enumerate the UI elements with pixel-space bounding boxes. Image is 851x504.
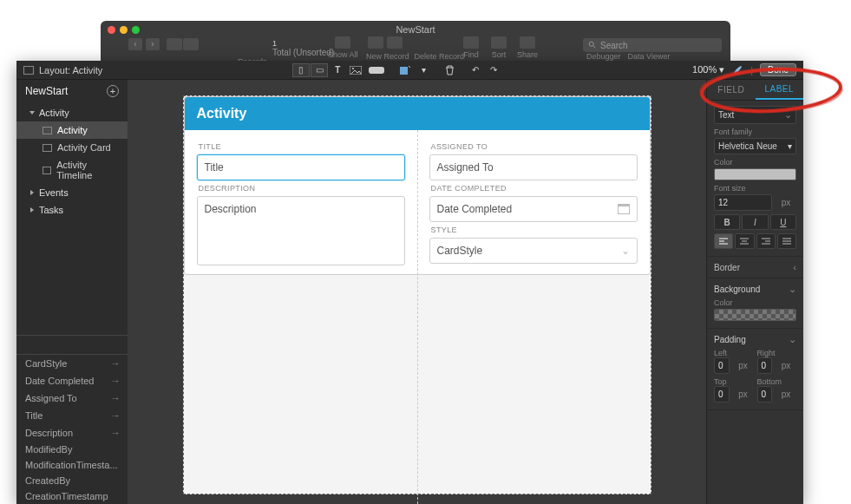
sort-button[interactable]: Sort xyxy=(491,36,507,59)
bold-button[interactable]: B xyxy=(714,214,740,230)
chevron-down-icon: ⌄ xyxy=(789,284,796,295)
field-row[interactable]: CreatedBy xyxy=(16,473,128,488)
padding-section-toggle[interactable]: Padding⌄ xyxy=(714,334,796,345)
field-row[interactable]: Description→ xyxy=(16,424,128,442)
field-label-assigned-to[interactable]: ASSIGNED TO xyxy=(431,142,638,151)
debugger-label: Debugger xyxy=(586,52,621,61)
background-color-swatch[interactable] xyxy=(714,309,796,321)
field-row[interactable]: CreationTimestamp xyxy=(16,488,128,504)
field-label-title[interactable]: TITLE xyxy=(199,142,405,151)
nav-back-forward[interactable]: ‹ › xyxy=(128,38,160,50)
underline-button[interactable]: U xyxy=(770,214,796,230)
tool-device-phone[interactable]: ▯ xyxy=(292,63,310,77)
font-size-label: Font size xyxy=(714,184,796,193)
layout-name[interactable]: Layout: Activity xyxy=(23,65,102,75)
card-container[interactable]: Activity TITLE Title DESCRIPTION Descrip… xyxy=(184,96,651,275)
close-window[interactable] xyxy=(108,26,115,34)
field-row[interactable]: Title→ xyxy=(16,407,128,424)
share-button[interactable]: Share xyxy=(517,36,538,59)
layout-icon xyxy=(23,66,34,75)
inspector-tab-label[interactable]: LABEL xyxy=(756,80,804,100)
align-justify-button[interactable] xyxy=(777,233,796,249)
record-nav[interactable] xyxy=(167,38,199,50)
field-assigned-to[interactable]: Assigned To xyxy=(429,154,638,180)
field-label-date-completed[interactable]: DATE COMPLETED xyxy=(431,184,638,193)
search-field[interactable]: Search xyxy=(583,38,722,52)
padding-bottom-label: Bottom xyxy=(757,377,797,386)
minimize-window[interactable] xyxy=(120,26,128,34)
tree-group-events[interactable]: Events xyxy=(16,184,128,201)
italic-button[interactable]: I xyxy=(742,214,768,230)
tool-redo[interactable]: ↷ xyxy=(485,63,502,77)
svg-point-3 xyxy=(352,68,354,69)
inspector-tab-field[interactable]: FIELD xyxy=(707,80,756,100)
file-name: NewStart xyxy=(25,85,68,97)
align-right-button[interactable] xyxy=(756,233,776,249)
background-section-toggle[interactable]: Background⌄ xyxy=(714,284,796,295)
field-row[interactable]: Assigned To→ xyxy=(16,389,128,407)
chevron-down-icon: ▾ xyxy=(788,141,792,151)
add-layout-button[interactable]: + xyxy=(107,85,119,97)
field-label-description[interactable]: DESCRIPTION xyxy=(199,184,405,193)
padding-bottom-input[interactable]: 0 xyxy=(757,386,773,403)
layout-sidebar: NewStart + Activity Activity Activity Ca… xyxy=(16,80,128,504)
maximize-window[interactable] xyxy=(132,26,140,34)
field-title[interactable]: Title xyxy=(197,154,405,180)
tool-delete[interactable] xyxy=(441,63,458,77)
field-row[interactable]: ModifiedBy xyxy=(16,442,128,457)
tree-group-tasks[interactable]: Tasks xyxy=(16,201,128,219)
field-description[interactable]: Description xyxy=(197,196,405,265)
padding-left-label: Left xyxy=(714,349,754,357)
find-button[interactable]: Find xyxy=(463,36,479,59)
nav-back-button[interactable]: ‹ xyxy=(128,38,142,50)
font-size-input[interactable]: 12 xyxy=(714,194,772,211)
done-button[interactable]: Done xyxy=(760,63,796,76)
padding-left-input[interactable]: 0 xyxy=(714,357,730,374)
align-left-button[interactable] xyxy=(714,233,733,249)
record-prev[interactable] xyxy=(167,38,182,50)
button-icon xyxy=(368,66,385,75)
tool-dropdown-arrow[interactable]: ▾ xyxy=(415,63,432,77)
arrow-right-icon: → xyxy=(110,357,121,370)
record-next[interactable] xyxy=(183,38,199,50)
text-color-swatch[interactable] xyxy=(714,168,796,180)
theme-brush-icon[interactable] xyxy=(731,64,743,76)
svg-point-0 xyxy=(589,42,593,46)
tool-device-tablet[interactable]: ▭ xyxy=(311,63,328,77)
tool-image[interactable] xyxy=(347,63,364,77)
tool-text[interactable]: T xyxy=(329,63,346,77)
field-date-completed[interactable]: Date Completed xyxy=(429,196,638,222)
show-all-button[interactable]: Show All xyxy=(328,36,358,59)
chevron-down-icon: ⌄ xyxy=(621,245,630,257)
align-center-button[interactable] xyxy=(735,233,754,249)
nav-forward-button[interactable]: › xyxy=(146,38,160,50)
font-family-select[interactable]: Helvetica Neue▾ xyxy=(714,138,796,154)
field-list: CardStyle→ Date Completed→ Assigned To→ … xyxy=(16,355,128,504)
layout-canvas[interactable]: Activity TITLE Title DESCRIPTION Descrip… xyxy=(128,80,706,504)
field-style[interactable]: CardStyle ⌄ xyxy=(429,238,638,264)
field-row[interactable]: ModificationTimesta... xyxy=(16,457,128,473)
new-record-button[interactable] xyxy=(368,36,383,49)
tool-button[interactable] xyxy=(365,63,388,77)
field-row[interactable]: Date Completed→ xyxy=(16,372,128,389)
delete-record-button[interactable] xyxy=(387,36,403,49)
align-right-icon xyxy=(762,238,770,245)
padding-top-input[interactable]: 0 xyxy=(714,386,730,403)
arrow-right-icon: → xyxy=(110,427,121,439)
text-section-toggle[interactable]: Text⌄ xyxy=(714,106,796,124)
tree-item-activity[interactable]: Activity xyxy=(16,121,128,139)
zoom-level[interactable]: 100% ▾ xyxy=(692,64,724,75)
tool-fill[interactable] xyxy=(396,63,414,77)
tree-group-activity[interactable]: Activity xyxy=(16,104,128,121)
field-row[interactable]: CardStyle→ xyxy=(16,355,128,372)
border-section-toggle[interactable]: Border‹ xyxy=(707,257,803,278)
align-center-icon xyxy=(740,238,749,245)
tree-item-activity-card[interactable]: Activity Card xyxy=(16,139,128,156)
field-label-style[interactable]: STYLE xyxy=(431,226,638,234)
traffic-lights[interactable] xyxy=(108,26,140,34)
editor-toolbar: Layout: Activity ▯ ▭ T ▾ ↶ ↷ xyxy=(16,61,803,80)
tree-item-activity-timeline[interactable]: Activity Timeline xyxy=(16,156,128,184)
padding-right-input[interactable]: 0 xyxy=(757,357,773,374)
tool-undo[interactable]: ↶ xyxy=(467,63,484,77)
card-header[interactable]: Activity xyxy=(185,97,650,130)
